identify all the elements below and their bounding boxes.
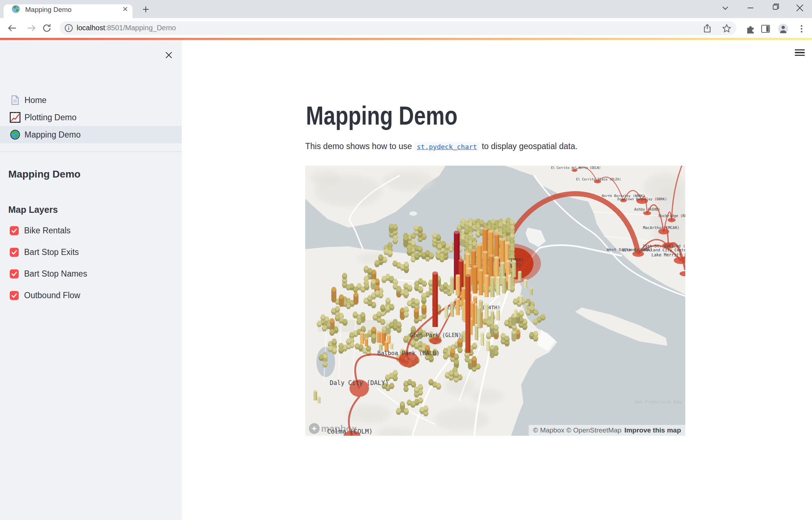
globe-icon [10,129,21,140]
window-close-button[interactable] [795,0,804,16]
svg-text:Downtown Berkeley (DBRK): Downtown Berkeley (DBRK) [617,197,667,201]
svg-text:Balboa Park (BALB): Balboa Park (BALB) [377,350,439,357]
pydeck-map[interactable]: San Francisco BayEmbarcadero (EMBR)Montg… [305,166,685,436]
layer-label: Outbound Flow [24,291,80,300]
checkbox-checked[interactable] [10,269,19,278]
page-title: Mapping Demo [306,102,457,129]
svg-text:Glen Park (GLEN): Glen Park (GLEN) [410,332,462,339]
attribution-text: © Mapbox © OpenStreetMap [533,426,622,434]
improve-map-link[interactable]: Improve this map [624,426,681,434]
page-description: This demo shows how to use st.pydeck_cha… [305,142,577,151]
back-button[interactable] [7,23,17,33]
reload-button[interactable] [42,23,52,33]
url-text[interactable]: localhost:8501/Mapping_Demo [77,24,176,32]
extensions-puzzle-icon[interactable] [745,24,755,34]
site-info-icon[interactable] [64,23,73,33]
tab-favicon-globe-icon [12,5,20,13]
app-menu-icon[interactable] [795,49,805,57]
layer-checkbox-outbound-flow[interactable]: Outbound Flow [0,284,182,306]
svg-text:Lake Merritt (LAKE): Lake Merritt (LAKE) [651,252,685,257]
window-minimize-button[interactable] [746,0,755,16]
sidebar-nav: HomePlotting DemoMapping Demo [0,91,182,143]
profile-avatar[interactable] [778,24,788,34]
pydeck-chart-link[interactable]: st.pydeck_chart [414,142,479,152]
svg-text:MacArthur (MCAR): MacArthur (MCAR) [643,225,679,230]
sidebar-nav-plotting-demo[interactable]: Plotting Demo [0,109,182,126]
svg-text:El Cerrito Plaza (PLZA): El Cerrito Plaza (PLZA) [576,178,621,181]
sidebar-nav-mapping-demo[interactable]: Mapping Demo [0,126,182,143]
new-tab-button[interactable] [142,5,150,13]
chart-icon [10,112,21,123]
map-layers-list: Bike RentalsBart Stop ExitsBart Stop Nam… [0,220,182,306]
svg-text:12th St. Oakland City Center (: 12th St. Oakland City Center (12TH) [622,248,685,252]
main-content: Mapping Demo This demo shows how to use … [182,40,812,520]
tab-title: Mapping Demo [25,6,72,14]
browser-menu-dots-icon[interactable] [797,24,807,34]
sidebar-nav-home[interactable]: Home [0,91,182,109]
browser-url-bar: localhost:8501/Mapping_Demo [0,18,812,38]
svg-text:Colma (COLM): Colma (COLM) [327,428,373,435]
sidebar-header: Mapping Demo [8,169,81,180]
nav-label: Home [24,95,46,105]
layer-checkbox-bart-stop-names[interactable]: Bart Stop Names [0,263,182,284]
checkbox-checked[interactable] [10,291,19,300]
window-maximize-button[interactable] [771,0,779,16]
window-menu-chevron-icon[interactable] [721,0,730,16]
svg-text:Daly City (DALY): Daly City (DALY) [330,379,389,386]
layer-label: Bike Rentals [24,226,71,236]
bookmark-star-icon[interactable] [722,23,732,33]
svg-text:San Francisco Bay: San Francisco Bay [634,399,682,404]
svg-text:Rockridge (ROCK): Rockridge (ROCK) [659,214,685,218]
layer-checkbox-bart-stop-exits[interactable]: Bart Stop Exits [0,241,182,263]
sidebar-close-icon[interactable] [164,50,174,60]
layer-checkbox-bike-rentals[interactable]: Bike Rentals [0,220,182,241]
checkbox-checked[interactable] [10,226,19,235]
forward-button[interactable] [26,23,36,33]
app-view: HomePlotting DemoMapping Demo Mapping De… [0,40,812,520]
nav-label: Plotting Demo [24,113,76,122]
sidebar-section-title: Map Layers [8,205,58,215]
checkbox-checked[interactable] [10,248,19,257]
svg-text:El Cerrito del Norte (DELN): El Cerrito del Norte (DELN) [551,166,601,170]
browser-tab[interactable]: Mapping Demo [4,4,132,18]
layer-label: Bart Stop Exits [24,247,79,257]
side-panel-icon[interactable] [761,24,771,34]
layer-label: Bart Stop Names [24,269,87,279]
map-canvas: San Francisco BayEmbarcadero (EMBR)Montg… [305,166,685,436]
svg-text:Ashby (ASHB): Ashby (ASHB) [634,207,660,211]
document-icon [10,95,21,106]
sidebar: HomePlotting DemoMapping Demo Mapping De… [0,40,182,520]
browser-tab-bar: Mapping Demo [0,0,812,18]
share-icon[interactable] [703,23,713,33]
map-attribution: © Mapbox © OpenStreetMap Improve this ma… [529,425,685,436]
nav-label: Mapping Demo [24,130,81,140]
sidebar-divider [0,152,182,152]
tab-close-icon[interactable] [123,6,128,12]
